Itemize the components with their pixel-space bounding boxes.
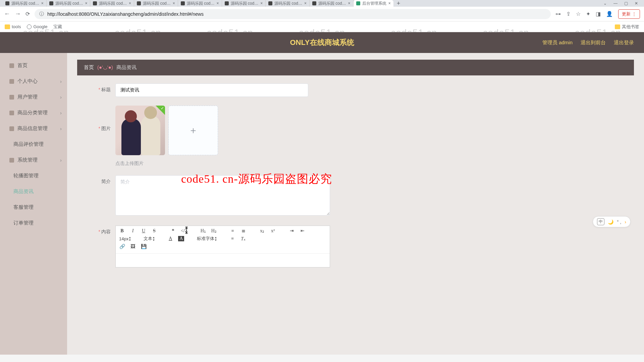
close-icon[interactable]: × [388, 1, 391, 6]
sidebar-sub-carousel[interactable]: 轮播图管理 [0, 168, 67, 184]
sidebar-item-category[interactable]: 商品分类管理 [0, 105, 67, 121]
close-icon[interactable]: × [85, 1, 87, 6]
close-icon[interactable]: × [348, 1, 351, 6]
watermark-warning-text: code51. cn-源码乐园盗图必究 [181, 171, 332, 187]
fontsize-select[interactable]: 14px▴▾ [119, 236, 131, 241]
ime-floating-bar[interactable]: 中 🌙 ° , › [593, 216, 631, 227]
main-content: 首页 (●'◡'●) 商品资讯 *标题 *图片 ✓ [67, 53, 644, 355]
profile-icon[interactable]: 👤 [606, 11, 613, 17]
share-icon[interactable]: ⇪ [566, 11, 571, 17]
chevron-down-icon[interactable]: ⌄ [603, 1, 607, 6]
outdent-icon[interactable]: ⇤ [300, 228, 306, 234]
ime-lang[interactable]: 中 [597, 218, 604, 225]
intro-label: 简介 [87, 175, 111, 185]
strike-icon[interactable]: S [151, 228, 157, 234]
globe-icon [27, 24, 32, 29]
upload-add-button[interactable]: ＋ [168, 106, 218, 155]
favicon-icon [49, 1, 53, 5]
bookmark-google[interactable]: Google [27, 24, 47, 29]
update-button[interactable]: 更新 ⋮ [618, 9, 640, 19]
url-bar[interactable]: ⓘ http://localhost:8080/ONLYzaixianshang… [35, 9, 551, 19]
sidebar-sub-order[interactable]: 订单管理 [0, 215, 67, 231]
title-input[interactable] [115, 83, 308, 97]
browser-tab[interactable]: 源码乐园 cod…× [47, 0, 91, 7]
bookmark-tools[interactable]: tools [5, 24, 21, 29]
close-icon[interactable]: × [173, 1, 175, 6]
browser-tab[interactable]: 源码乐园 cod…× [222, 0, 266, 7]
browser-tab-bar: 源码乐园 cod…× 源码乐园 cod…× 源码乐园 cod…× 源码乐园 co… [0, 0, 644, 7]
close-window-icon[interactable]: ✕ [635, 1, 638, 6]
sidebar-sub-service[interactable]: 客服管理 [0, 199, 67, 215]
editor-content[interactable] [116, 254, 330, 267]
browser-tab[interactable]: 源码乐园 cod…× [178, 0, 222, 7]
sidebar-sub-news[interactable]: 商品资讯 [0, 184, 67, 199]
sidepanel-icon[interactable]: ◨ [596, 11, 601, 17]
clear-format-icon[interactable]: Tₓ [240, 236, 246, 242]
fontfamily-select[interactable]: 标准字体▴▾ [197, 236, 217, 242]
italic-icon[interactable]: I [130, 228, 136, 234]
image-icon[interactable]: 🖼 [130, 244, 136, 249]
breadcrumb-emoji: (●'◡'●) [97, 64, 113, 71]
unordered-list-icon[interactable]: ≣ [240, 228, 247, 234]
favicon-icon [5, 1, 9, 5]
h1-icon[interactable]: H₁ [200, 228, 206, 234]
browser-tab[interactable]: 源码乐园 cod…× [310, 0, 354, 7]
favicon-icon [356, 1, 360, 5]
browser-tab-active[interactable]: 后台管理系统× [354, 0, 393, 7]
header-user[interactable]: 管理员 admin [542, 40, 573, 46]
textstyle-select[interactable]: 文本▴▾ [144, 236, 155, 242]
sidebar-item-personal[interactable]: 个人中心 [0, 73, 67, 89]
key-icon[interactable]: ⊶ [555, 11, 561, 17]
highlight-icon[interactable]: A [178, 236, 184, 241]
indent-icon[interactable]: ⇥ [289, 228, 295, 234]
breadcrumb: 首页 (●'◡'●) 商品资讯 [77, 60, 634, 75]
bold-icon[interactable]: B [119, 228, 125, 234]
ime-punct[interactable]: ° , [617, 219, 621, 225]
logout-link[interactable]: 退出登录 [614, 40, 634, 46]
close-icon[interactable]: × [260, 1, 263, 6]
new-tab-button[interactable]: + [393, 0, 404, 7]
save-icon[interactable]: 💾 [141, 244, 147, 249]
close-icon[interactable]: × [217, 1, 219, 6]
align-icon[interactable]: ≡ [229, 236, 235, 241]
extensions-icon[interactable]: ✦ [586, 11, 590, 17]
breadcrumb-current: 商品资讯 [116, 64, 137, 71]
underline-icon[interactable]: U [141, 228, 147, 234]
back-button[interactable]: ← [4, 10, 10, 17]
sidebar-item-home[interactable]: 首页 [0, 58, 67, 73]
bookmark-other[interactable]: 其他书签 [615, 24, 639, 30]
link-icon[interactable]: 🔗 [119, 244, 125, 249]
browser-tab[interactable]: 源码乐园 cod…× [266, 0, 310, 7]
ime-moon-icon[interactable]: 🌙 [608, 219, 613, 225]
goto-front-link[interactable]: 退出到前台 [581, 40, 606, 46]
browser-tab[interactable]: 源码乐园 cod…× [134, 0, 178, 7]
maximize-icon[interactable]: ▢ [624, 1, 628, 6]
quote-icon[interactable]: ❝ [170, 228, 176, 234]
breadcrumb-home[interactable]: 首页 [84, 64, 94, 71]
browser-tab[interactable]: 源码乐园 cod…× [3, 0, 47, 7]
font-color-icon[interactable]: A [167, 236, 173, 241]
ime-expand-icon[interactable]: › [625, 219, 626, 225]
minimize-icon[interactable]: — [613, 1, 618, 6]
sidebar-sub-review[interactable]: 商品评价管理 [0, 136, 67, 152]
sidebar-item-user-mgmt[interactable]: 用户管理 [0, 89, 67, 105]
reload-button[interactable]: ⟳ [25, 11, 30, 17]
close-icon[interactable]: × [304, 1, 307, 6]
close-icon[interactable]: × [129, 1, 131, 6]
sidebar-item-system[interactable]: 系统管理 [0, 152, 67, 168]
sidebar-item-product[interactable]: 商品信息管理 [0, 121, 67, 136]
forward-button[interactable]: → [15, 10, 21, 17]
h2-icon[interactable]: H₂ [211, 228, 217, 234]
user-icon [9, 79, 14, 84]
bookmark-baozang[interactable]: 宝藏 [53, 24, 62, 30]
sidebar: 首页 个人中心 用户管理 商品分类管理 商品信息管理 商品评价管理 系统管理 轮… [0, 53, 67, 355]
ordered-list-icon[interactable]: ≡ [230, 228, 236, 234]
uploaded-image-thumb[interactable]: ✓ [115, 106, 165, 155]
subscript-icon[interactable]: x₂ [259, 228, 265, 234]
star-icon[interactable]: ☆ [576, 11, 581, 17]
home-icon [9, 63, 14, 68]
browser-tab[interactable]: 源码乐园 cod…× [90, 0, 134, 7]
site-info-icon[interactable]: ⓘ [39, 11, 44, 17]
superscript-icon[interactable]: x² [270, 228, 276, 234]
close-icon[interactable]: × [41, 1, 44, 6]
